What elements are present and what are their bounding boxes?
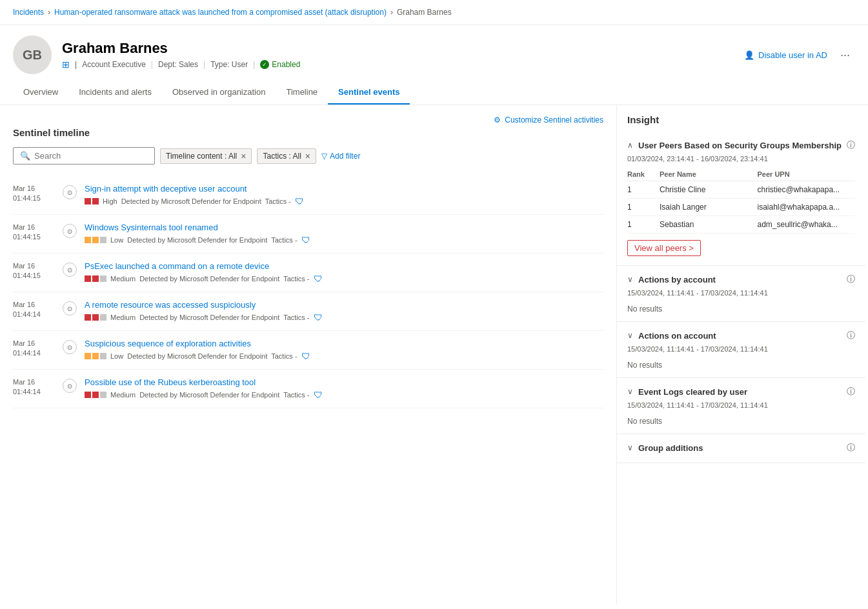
timeline-event-title[interactable]: PsExec launched a command on a remote de… bbox=[85, 261, 603, 271]
insight-panel: Insight ∧ User Peers Based on Security G… bbox=[617, 105, 865, 463]
breadcrumb-sep-1: › bbox=[48, 8, 50, 17]
insight-section-event-logs-cleared: ∨ Event Logs cleared by user ⓘ 15/03/202… bbox=[617, 378, 865, 434]
timeline-event-title[interactable]: Suspicious sequence of exploration activ… bbox=[85, 339, 603, 348]
timeline-event-title[interactable]: Sign-in attempt with deceptive user acco… bbox=[85, 184, 603, 194]
user-header: GB Graham Barnes ⊞ | Account Executive |… bbox=[0, 25, 868, 81]
severity-high bbox=[85, 198, 99, 205]
timeline-event-content: Sign-in attempt with deceptive user acco… bbox=[85, 184, 603, 206]
disable-user-label: Disable user in AD bbox=[758, 50, 827, 60]
timeline-event-meta: High Detected by Microsoft Defender for … bbox=[85, 196, 603, 206]
main-content: ⚙ Customize Sentinel activities Sentinel… bbox=[0, 105, 868, 604]
tactics-label: Tactics - bbox=[283, 391, 309, 399]
section-header-actions-on-account[interactable]: ∨ Actions on account ⓘ bbox=[617, 322, 865, 345]
filter-timeline-remove[interactable]: × bbox=[241, 152, 246, 161]
customize-sentinel-button[interactable]: ⚙ Customize Sentinel activities bbox=[494, 115, 603, 125]
severity-medium bbox=[85, 314, 106, 321]
section-title-group: ∨ Event Logs cleared by user bbox=[627, 387, 747, 397]
timeline-event-meta: Low Detected by Microsoft Defender for E… bbox=[85, 351, 603, 361]
info-icon[interactable]: ⓘ bbox=[847, 330, 855, 341]
more-actions-button[interactable]: ··· bbox=[835, 46, 855, 65]
section-title: Actions by account bbox=[638, 275, 716, 285]
timeline-event-icon: ⊙ bbox=[63, 185, 77, 199]
col-header-name: Peer Name bbox=[660, 170, 758, 178]
col-header-rank: Rank bbox=[627, 170, 660, 178]
severity-low bbox=[85, 353, 106, 359]
timeline-event-meta: Medium Detected by Microsoft Defender fo… bbox=[85, 274, 603, 284]
tactics-icon: 🛡 bbox=[314, 390, 323, 400]
tab-incidents-alerts[interactable]: Incidents and alerts bbox=[68, 81, 162, 105]
timeline-event-icon: ⊙ bbox=[63, 301, 77, 315]
section-title-group: ∨ Actions on account bbox=[627, 331, 716, 341]
tactics-label: Tactics - bbox=[265, 197, 291, 205]
peer-upn: adm_seullric@whaka... bbox=[758, 220, 856, 229]
tab-observed-org[interactable]: Observed in organization bbox=[162, 81, 276, 105]
insight-section-actions-by-account: ∨ Actions by account ⓘ 15/03/2024, 11:14… bbox=[617, 266, 865, 322]
chevron-icon: ∨ bbox=[627, 275, 633, 284]
info-icon[interactable]: ⓘ bbox=[847, 274, 855, 285]
tactics-label: Tactics - bbox=[283, 314, 309, 321]
timeline-event-title[interactable]: Possible use of the Rubeus kerberoasting… bbox=[85, 377, 603, 387]
tactics-label: Tactics - bbox=[271, 236, 297, 244]
event-source: Detected by Microsoft Defender for Endpo… bbox=[127, 352, 267, 360]
timeline-list: Mar 1601:44:15 ⊙ Sign-in attempt with de… bbox=[13, 176, 603, 408]
user-type: Type: User bbox=[210, 60, 248, 69]
timeline-event-content: Suspicious sequence of exploration activ… bbox=[85, 339, 603, 361]
breadcrumb-incident-title[interactable]: Human-operated ransomware attack was lau… bbox=[54, 8, 387, 17]
left-panel: ⚙ Customize Sentinel activities Sentinel… bbox=[0, 105, 616, 604]
filter-tactics-remove[interactable]: × bbox=[305, 152, 310, 161]
breadcrumb-incidents[interactable]: Incidents bbox=[13, 8, 44, 17]
event-source: Detected by Microsoft Defender for Endpo… bbox=[139, 391, 279, 399]
user-lock-icon: 👤 bbox=[744, 50, 754, 60]
timeline-item: Mar 1601:44:15 ⊙ PsExec launched a comma… bbox=[13, 254, 603, 292]
section-title: Actions on account bbox=[638, 331, 716, 341]
insight-title: Insight bbox=[617, 105, 865, 132]
timeline-event-icon: ⊙ bbox=[63, 379, 77, 393]
tab-timeline[interactable]: Timeline bbox=[276, 81, 328, 105]
section-date-range: 15/03/2024, 11:14:41 - 17/03/2024, 11:14… bbox=[617, 345, 865, 358]
org-icon: ⊞ bbox=[62, 59, 70, 70]
tactics-icon: 🛡 bbox=[314, 274, 323, 284]
section-header-group-additions[interactable]: ∨ Group additions ⓘ bbox=[617, 434, 865, 457]
event-source: Detected by Microsoft Defender for Endpo… bbox=[139, 314, 279, 321]
timeline-date: Mar 1601:44:15 bbox=[13, 184, 55, 204]
view-all-peers-button[interactable]: View all peers > bbox=[627, 240, 701, 256]
tab-sentinel-events[interactable]: Sentinel events bbox=[328, 81, 410, 105]
insight-scroll[interactable]: Insight ∧ User Peers Based on Security G… bbox=[617, 105, 868, 604]
avatar: GB bbox=[13, 35, 52, 74]
peers-table-header: Rank Peer Name Peer UPN bbox=[627, 168, 855, 181]
peer-rank: 1 bbox=[627, 203, 660, 212]
timeline-event-icon: ⊙ bbox=[63, 263, 77, 277]
tactics-icon: 🛡 bbox=[295, 196, 304, 206]
tab-overview[interactable]: Overview bbox=[13, 81, 68, 105]
user-separator-3: | bbox=[253, 60, 255, 69]
section-title-group: ∨ Group additions bbox=[627, 443, 703, 453]
peer-row: 1 Christie Cline christiec@whakapapa... bbox=[627, 181, 855, 199]
section-title: User Peers Based on Security Groups Memb… bbox=[638, 141, 842, 150]
add-filter-label: Add filter bbox=[330, 152, 360, 161]
section-header-event-logs-cleared[interactable]: ∨ Event Logs cleared by user ⓘ bbox=[617, 378, 865, 401]
tactics-icon: 🛡 bbox=[301, 351, 310, 361]
timeline-event-title[interactable]: A remote resource was accessed suspiciou… bbox=[85, 300, 603, 310]
section-title-group: ∧ User Peers Based on Security Groups Me… bbox=[627, 141, 842, 150]
section-date-range: 15/03/2024, 11:14:41 - 17/03/2024, 11:14… bbox=[617, 289, 865, 302]
section-date-range: 15/03/2024, 11:14:41 - 17/03/2024, 11:14… bbox=[617, 401, 865, 414]
section-header-actions-by-account[interactable]: ∨ Actions by account ⓘ bbox=[617, 266, 865, 289]
severity-label: Low bbox=[110, 352, 123, 360]
info-icon[interactable]: ⓘ bbox=[847, 442, 855, 454]
peer-rank: 1 bbox=[627, 185, 660, 194]
timeline-event-content: Windows Sysinternals tool renamed Low De… bbox=[85, 223, 603, 245]
search-input[interactable] bbox=[34, 151, 148, 161]
severity-low bbox=[85, 237, 106, 243]
disable-user-button[interactable]: 👤 Disable user in AD bbox=[744, 50, 827, 60]
timeline-event-title[interactable]: Windows Sysinternals tool renamed bbox=[85, 223, 603, 232]
add-filter-button[interactable]: ▽ Add filter bbox=[321, 152, 360, 161]
section-header-user-peers[interactable]: ∧ User Peers Based on Security Groups Me… bbox=[617, 132, 865, 155]
severity-label: Medium bbox=[110, 391, 136, 399]
user-dept: Dept: Sales bbox=[158, 60, 198, 69]
timeline-date: Mar 1601:44:14 bbox=[13, 377, 55, 397]
info-icon[interactable]: ⓘ bbox=[847, 139, 855, 151]
search-box[interactable]: 🔍 bbox=[13, 147, 155, 165]
timeline-event-meta: Medium Detected by Microsoft Defender fo… bbox=[85, 390, 603, 400]
info-icon[interactable]: ⓘ bbox=[847, 386, 855, 397]
no-results: No results bbox=[617, 414, 865, 434]
